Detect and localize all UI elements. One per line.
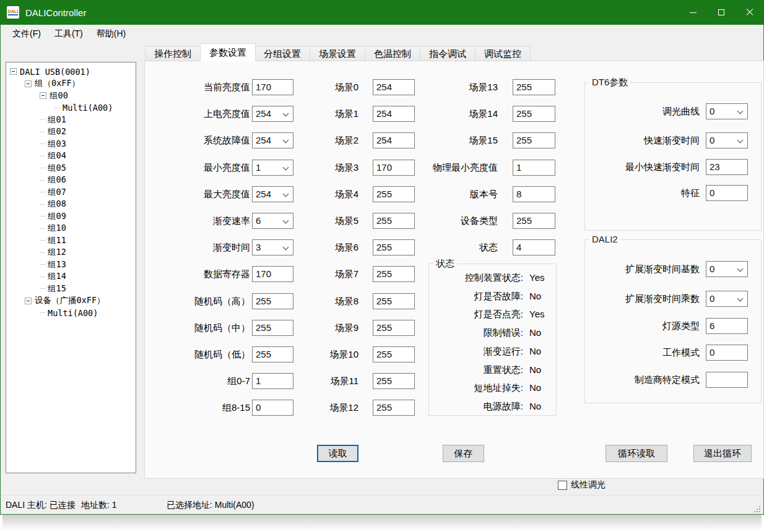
tree-node[interactable]: 组07 bbox=[6, 186, 136, 199]
tree-node-label: 组00 bbox=[50, 90, 68, 101]
param-input[interactable]: 1 bbox=[513, 160, 555, 176]
minimize-button[interactable] bbox=[679, 0, 707, 25]
status-row: 限制错误:No bbox=[429, 327, 556, 339]
exit-loop-button[interactable]: 退出循环 bbox=[693, 445, 752, 462]
menu-item-0[interactable]: 文件(F) bbox=[6, 25, 48, 42]
title-bar[interactable]: DALI DALIController bbox=[0, 0, 764, 25]
tree-node[interactable]: Multi(A00) bbox=[6, 102, 136, 114]
tab-6[interactable]: 调试监控 bbox=[475, 46, 531, 61]
param-input[interactable]: 255 bbox=[373, 293, 415, 309]
param-value: 4 bbox=[516, 242, 521, 252]
param-label: 特征 bbox=[588, 185, 700, 201]
param-input[interactable]: 255 bbox=[373, 373, 415, 389]
tab-0[interactable]: 操作控制 bbox=[145, 46, 201, 61]
tree-node[interactable]: 组02 bbox=[6, 126, 136, 139]
param-label: 版本号 bbox=[404, 186, 498, 202]
loop-read-button[interactable]: 循环读取 bbox=[606, 445, 667, 462]
param-label: 场景15 bbox=[404, 132, 498, 148]
tree-expander-icon[interactable] bbox=[25, 298, 32, 304]
param-label: 快速渐变时间 bbox=[588, 132, 700, 148]
param-input[interactable]: 6 bbox=[706, 318, 748, 334]
tree-node[interactable]: DALI USB(0001) bbox=[6, 66, 136, 78]
param-value: 255 bbox=[516, 108, 532, 119]
param-input[interactable]: 255 bbox=[373, 266, 415, 282]
tree-node[interactable]: 组10 bbox=[6, 223, 136, 235]
tree-connector bbox=[40, 252, 45, 253]
resize-grip-icon[interactable] bbox=[759, 506, 760, 507]
tree-node[interactable]: 组（0xFF） bbox=[6, 78, 136, 90]
param-value: 255 bbox=[376, 349, 392, 359]
tab-4[interactable]: 色温控制 bbox=[365, 46, 420, 61]
param-input[interactable]: 255 bbox=[513, 79, 555, 95]
tree-connector bbox=[40, 132, 45, 132]
checkbox-label: 线性调光 bbox=[571, 479, 606, 491]
tab-page-parameter-settings: 当前亮度值170上电亮度值254系统故障值254最小亮度值1最大亮度值254渐变… bbox=[144, 61, 764, 479]
close-button[interactable] bbox=[736, 0, 764, 25]
param-input[interactable]: 4 bbox=[513, 239, 555, 255]
tab-3[interactable]: 场景设置 bbox=[310, 46, 365, 61]
param-input[interactable]: 255 bbox=[513, 213, 555, 229]
tree-expander-icon[interactable] bbox=[40, 92, 46, 99]
menu-item-1[interactable]: 工具(T) bbox=[48, 25, 90, 42]
tree-node[interactable]: Multi(A00) bbox=[6, 307, 136, 319]
menu-item-2[interactable]: 帮助(H) bbox=[90, 25, 132, 42]
param-label: 最小快速渐变时间 bbox=[588, 159, 700, 175]
tree-node[interactable]: 组09 bbox=[6, 210, 136, 223]
param-value: 255 bbox=[516, 215, 532, 226]
param-input[interactable]: 0 bbox=[706, 185, 748, 201]
tree-node-label: Multi(A00) bbox=[63, 103, 113, 113]
tree-node[interactable]: 组11 bbox=[6, 234, 136, 247]
param-combo[interactable]: 0 bbox=[706, 291, 748, 307]
param-value: 255 bbox=[376, 296, 392, 306]
param-combo[interactable]: 0 bbox=[706, 103, 748, 119]
linear-dimming-checkbox[interactable]: 线性调光 bbox=[558, 479, 606, 491]
tree-expander-icon[interactable] bbox=[10, 68, 17, 75]
param-input[interactable]: 0 bbox=[706, 345, 748, 361]
param-input[interactable]: 255 bbox=[373, 400, 415, 416]
tree-node[interactable]: 组05 bbox=[6, 162, 136, 174]
tree-node[interactable]: 组13 bbox=[6, 259, 136, 271]
tree-node[interactable]: 组03 bbox=[6, 138, 136, 150]
param-row: 扩展渐变时间基数0 bbox=[585, 261, 761, 277]
maximize-icon bbox=[718, 9, 724, 15]
statusbar-host-connected: DALI 主机: 已连接 bbox=[6, 496, 76, 515]
param-combo[interactable]: 0 bbox=[706, 132, 748, 148]
param-value: 255 bbox=[376, 402, 392, 413]
tree-node[interactable]: 组06 bbox=[6, 174, 136, 187]
status-value: No bbox=[529, 400, 541, 413]
tree-node[interactable]: 组14 bbox=[6, 271, 136, 283]
tree-node[interactable]: 组04 bbox=[6, 150, 136, 163]
tree-connector bbox=[40, 156, 45, 157]
param-label: 场景13 bbox=[404, 79, 498, 95]
param-row: 工作模式0 bbox=[585, 345, 761, 361]
status-label: 限制错误: bbox=[429, 327, 523, 339]
save-button[interactable]: 保存 bbox=[443, 445, 484, 462]
tree-connector bbox=[40, 119, 45, 120]
tree-node[interactable]: 组08 bbox=[6, 199, 136, 211]
param-combo[interactable]: 0 bbox=[706, 261, 748, 277]
tab-2[interactable]: 分组设置 bbox=[255, 46, 310, 61]
tab-5[interactable]: 指令调试 bbox=[420, 46, 475, 61]
param-value: 0 bbox=[710, 347, 714, 358]
param-input[interactable]: 255 bbox=[513, 106, 555, 122]
maximize-button[interactable] bbox=[707, 0, 736, 25]
param-value: 255 bbox=[516, 135, 532, 145]
param-input[interactable]: 23 bbox=[706, 159, 748, 175]
tree-node[interactable]: 组12 bbox=[6, 247, 136, 259]
param-value: 255 bbox=[516, 82, 532, 92]
tree-node[interactable]: 组01 bbox=[6, 114, 136, 126]
tab-1[interactable]: 参数设置 bbox=[200, 43, 256, 61]
param-input[interactable]: 255 bbox=[373, 346, 415, 363]
tree-node[interactable]: 设备（广播0xFF） bbox=[6, 295, 136, 307]
param-input[interactable]: 8 bbox=[513, 186, 555, 202]
tree-node[interactable]: 组15 bbox=[6, 283, 136, 295]
param-input[interactable]: 255 bbox=[373, 320, 415, 336]
read-button[interactable]: 读取 bbox=[317, 445, 358, 462]
param-input[interactable] bbox=[706, 372, 748, 388]
tree-node-label: 组09 bbox=[48, 211, 66, 222]
tree-node[interactable]: 组00 bbox=[6, 90, 136, 102]
status-value: No bbox=[529, 345, 541, 358]
param-label: 设备类型 bbox=[404, 213, 498, 229]
tree-expander-icon[interactable] bbox=[25, 80, 32, 87]
param-input[interactable]: 255 bbox=[513, 132, 555, 148]
